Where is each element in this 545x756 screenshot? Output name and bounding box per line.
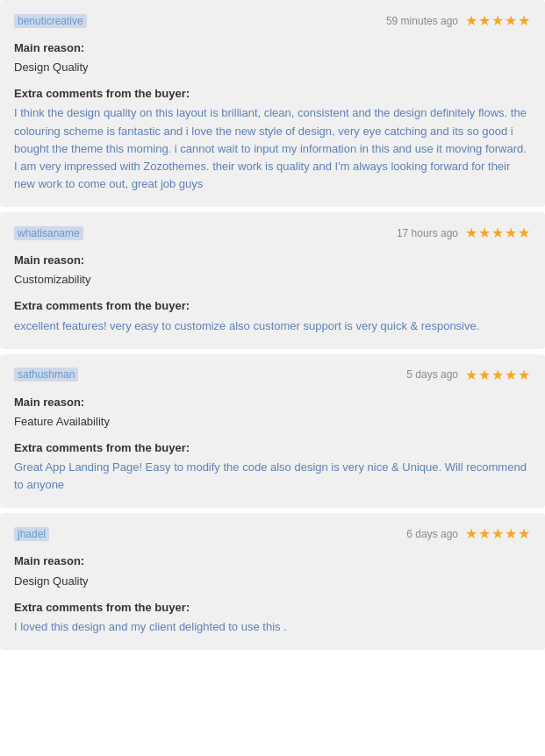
review-time: 5 days ago <box>406 368 458 381</box>
reviewer-name[interactable]: whatisaname <box>14 226 83 240</box>
main-reason-value: Customizability <box>14 271 531 289</box>
extra-comment-label: Extra comments from the buyer: <box>14 297 531 315</box>
main-reason-label: Main reason: <box>14 39 531 57</box>
star-rating: ★★★★★ <box>465 525 531 542</box>
main-reason-label: Main reason: <box>14 394 531 411</box>
review-meta: 6 days ago ★★★★★ <box>406 525 531 542</box>
review-card: benuticreative 59 minutes ago ★★★★★ Main… <box>0 0 545 207</box>
review-time: 17 hours ago <box>397 227 458 239</box>
review-header: whatisaname 17 hours ago ★★★★★ <box>14 225 531 241</box>
reviewer-name[interactable]: benuticreative <box>14 14 87 28</box>
star-rating: ★★★★★ <box>465 367 531 383</box>
review-header: jhadel 6 days ago ★★★★★ <box>14 525 531 542</box>
review-body: Main reason: Design Quality Extra commen… <box>14 39 531 193</box>
review-meta: 5 days ago ★★★★★ <box>406 367 531 383</box>
review-body: Main reason: Design Quality Extra commen… <box>14 553 531 636</box>
star-rating: ★★★★★ <box>465 12 531 29</box>
extra-comment-text: I loved this design and my client deligh… <box>14 618 531 636</box>
review-card: jhadel 6 days ago ★★★★★ Main reason: Des… <box>0 513 545 650</box>
review-meta: 17 hours ago ★★★★★ <box>397 225 531 241</box>
main-reason-value: Feature Availability <box>14 413 531 431</box>
extra-comment-label: Extra comments from the buyer: <box>14 85 531 103</box>
review-body: Main reason: Feature Availability Extra … <box>14 394 531 495</box>
reviewer-name[interactable]: sathushman <box>14 367 78 382</box>
star-rating: ★★★★★ <box>465 225 531 241</box>
review-header: benuticreative 59 minutes ago ★★★★★ <box>14 12 531 29</box>
main-reason-label: Main reason: <box>14 553 531 570</box>
review-time: 6 days ago <box>406 528 458 540</box>
main-reason-label: Main reason: <box>14 252 531 269</box>
review-meta: 59 minutes ago ★★★★★ <box>386 12 531 29</box>
reviewer-name[interactable]: jhadel <box>14 527 49 541</box>
review-body: Main reason: Customizability Extra comme… <box>14 252 531 335</box>
extra-comment-label: Extra comments from the buyer: <box>14 599 531 617</box>
review-card: whatisaname 17 hours ago ★★★★★ Main reas… <box>0 212 545 349</box>
review-card: sathushman 5 days ago ★★★★★ Main reason:… <box>0 354 545 509</box>
main-reason-value: Design Quality <box>14 573 531 590</box>
review-header: sathushman 5 days ago ★★★★★ <box>14 367 531 383</box>
extra-comment-text: excellent features! very easy to customi… <box>14 317 531 335</box>
extra-comment-text: I think the design quality on this layou… <box>14 104 531 193</box>
extra-comment-text: Great App Landing Page! Easy to modify t… <box>14 459 531 494</box>
extra-comment-label: Extra comments from the buyer: <box>14 439 531 457</box>
main-reason-value: Design Quality <box>14 59 531 76</box>
review-time: 59 minutes ago <box>386 15 458 27</box>
